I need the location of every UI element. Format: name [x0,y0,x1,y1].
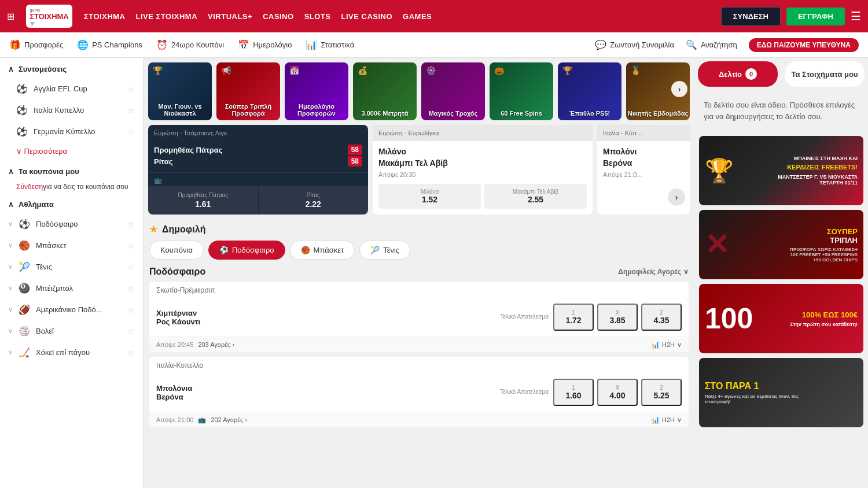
sidebar-item-italy-cup[interactable]: ⚽ Ιταλία Κυπελλο ☆ [0,99,143,121]
sidebar-sport-baseball[interactable]: ∨ 🎱 Μπέιζμπολ ☆ [0,278,143,299]
promo-card-2[interactable]: 📅 Ημερολόγιο Προσφορών [285,62,348,120]
grid-icon[interactable]: ⊞ [7,11,14,22]
popular-tab-football[interactable]: ⚽ Ποδόσφαιρο [208,241,285,260]
markets-link-1[interactable]: 202 Αγορές › [211,416,247,423]
sidebar-sport-american-football[interactable]: ∨ 🏈 Αμερικάνικο Ποδό... ☆ [0,299,143,320]
coupons-login-link[interactable]: Σύνδεση [16,183,43,191]
subnav-24h-coupon[interactable]: ⏰ 24ωρο Κουπόνι [156,39,224,50]
top-navigation: ⊞ game ΣΤΟΙΧΗΜΑ .gr ΣΤΟΙΧΗΜΑ LIVE ΣΤΟΙΧΗ… [0,0,868,32]
odd-x-match-0[interactable]: Χ 3.85 [597,304,638,331]
live-match-card-0[interactable]: Ευρώπη - Τσάμπιονς Λιγκ Προμηθέας Πάτρας… [148,125,368,215]
odd-x-match-1[interactable]: Χ 4.00 [597,379,638,406]
match-teams-1: Μπολόνια Βερόνα [156,384,495,401]
popular-markets-btn[interactable]: Δημοφιλείς Αγορές ∨ [618,268,689,276]
coupons-section[interactable]: ∧ Τα κουπόνια μου [0,160,143,180]
promo-card-0[interactable]: 🏆 Μαν. Γιουν. vs Νιούκαστλ [148,62,212,120]
subnav-search[interactable]: 🔍 Αναζήτηση [686,39,737,50]
star-icon-sport-3[interactable]: ☆ [127,284,135,293]
sidebar-sport-football[interactable]: ∨ ⚽ Ποδόσφαιρο ☆ [0,213,143,235]
next-match-button[interactable]: › [668,188,685,206]
star-icon-3[interactable]: ☆ [127,127,135,136]
sidebar-sport-volleyball[interactable]: ∨ 🏐 Βολεϊ ☆ [0,320,143,342]
promo-card-3[interactable]: 💰 3.000€ Μετρητά [353,62,417,120]
subnav-live-chat[interactable]: 💬 Ζωντανή Συνομιλία [595,39,674,50]
promo-banner-1[interactable]: ✕ ΣΟΥΠΕΡ ΤΡΙΠΛΗ ΠΡΟΣΦΟΡΑ ΧΩΡΙΣ ΚΑΤΑΘΕΣΗ … [699,210,863,279]
nav-live-casino[interactable]: LIVE CASINO [341,12,393,21]
subnav-offers[interactable]: 🎁 Προσφορές [9,39,63,50]
odd-1-match-0[interactable]: 1 1.72 [553,304,594,331]
star-popular-icon: ★ [149,224,157,235]
login-button[interactable]: ΣΥΝΔΕΣΗ [721,7,781,26]
mc-odd-milan[interactable]: Μιλάνο 1.52 [378,184,481,209]
responsible-gaming-badge[interactable]: ΕΔΩ ΠΑΙΖΟΥΜΕ ΥΠΕΥΘΥΝΑ [749,38,859,52]
odd-team1-btn[interactable]: Προμηθέας Πάτρας 1.61 [148,186,259,215]
betslip-tab-active[interactable]: Δελτίο 0 [698,61,778,87]
star-icon-sport-2[interactable]: ☆ [127,263,135,272]
medal-icon: 🥇 [631,66,641,75]
nav-virtuals[interactable]: VIRTUALS+ [208,12,252,21]
main-content: 🏆 Μαν. Γιουν. vs Νιούκαστλ 📢 Σούπερ Τριπ… [144,58,694,488]
shortcuts-section[interactable]: ∧ Συντομεύσεις [0,58,143,78]
live-match-card-2[interactable]: Ιταλία - Κύπ... Μπολόνι Βερόνα Απόψε 21:… [597,125,690,215]
star-icon-2[interactable]: ☆ [127,106,135,115]
h2h-btn-1[interactable]: 📊 H2H ∨ [651,416,682,424]
star-icon-sport-1[interactable]: ☆ [127,241,135,250]
nav-games[interactable]: GAMES [403,12,432,21]
sidebar-sport-basketball[interactable]: ∨ 🏀 Μπάσκετ ☆ [0,235,143,256]
betslip-count-badge: 0 [745,68,757,80]
football-icon: ⚽ [19,219,30,230]
register-button[interactable]: ΕΓΓΡΑΦΗ [786,8,845,25]
sidebar-sport-hockey[interactable]: ∨ 🏒 Χόκεϊ επί πάγου ☆ [0,342,143,363]
league-label-match-0: Σκωτία-Πρέμιερσιπ [149,282,689,294]
odd-2-match-0[interactable]: 2 4.35 [641,304,682,331]
promo-card-5[interactable]: 🎃 60 Free Spins [490,62,553,120]
markets-link-0[interactable]: 203 Αγορές › [198,341,234,348]
popular-tab-basketball[interactable]: 🏀 Μπάσκετ [290,241,355,260]
nav-stoixima[interactable]: ΣΤΟΙΧΗΜΑ [84,12,126,21]
odd-team2-btn[interactable]: Ρίτας 2.22 [259,186,369,215]
coupons-login-msg: ΣύνδεσηΣύνδεση για να δεις τα κουπόνια σ… [0,180,143,193]
sidebar-sport-tennis[interactable]: ∨ 🎾 Τένις ☆ [0,256,143,278]
promo-banner-0[interactable]: ΜΠΑΙΝΕΙΣ ΣΤΗ ΜΑΧΗ ΚΑΙ ΚΕΡΔΙΖΕΙΣ FREEBETS… [699,136,863,205]
subnav-calendar[interactable]: 📅 Ημερολόγιο [238,39,292,50]
chevron-down-h2h-icon-2: ∨ [677,416,682,424]
star-icon-sport-4[interactable]: ☆ [127,305,135,315]
promo-card-4[interactable]: 🎡 Μαγικός Τροχός [421,62,485,120]
star-icon-sport-5[interactable]: ☆ [127,327,135,336]
match-teams-0: Χιμπέρνιαν Ρος Κάουντι [156,309,495,326]
promo-banner-2[interactable]: 100 100% ΕΩΣ 100€ Στην πρώτη σου κατάθεσ… [699,284,863,353]
odd-2-match-1[interactable]: 2 5.25 [641,379,682,406]
nav-casino[interactable]: CASINO [263,12,294,21]
nav-slots[interactable]: SLOTS [304,12,331,21]
mc-odd-maccabi[interactable]: Μακάμπι Τελ Αβίβ 2.55 [484,184,587,209]
match-card-teams-2: Μπολόνι Βερόνα Απόψε 21:0... [597,141,690,184]
popular-tab-tennis[interactable]: 🎾 Τένις [359,241,410,260]
odd-1-match-1[interactable]: 1 1.60 [553,379,594,406]
live-match-card-1[interactable]: Ευρώπη - Ευρωλίγκα Μιλάνο Μακάμπι Τελ Αβ… [373,125,593,215]
match-card-header-0: Ευρώπη - Τσάμπιονς Λιγκ [148,125,368,140]
nav-links: ΣΤΟΙΧΗΜΑ LIVE ΣΤΟΙΧΗΜΑ VIRTUALS+ CASINO … [84,12,709,21]
h2h-btn-0[interactable]: 📊 H2H ∨ [651,341,682,349]
subnav-statistics[interactable]: 📊 Στατιστικά [306,39,354,50]
promo-next-button[interactable]: › [671,81,687,97]
promo-card-1[interactable]: 📢 Σούπερ Τριπλή Προσφορά [216,62,280,120]
star-icon-sport-0[interactable]: ☆ [127,220,135,229]
site-logo[interactable]: game ΣΤΟΙΧΗΜΑ .gr [26,5,72,28]
menu-button[interactable]: ☰ [851,9,861,23]
star-icon[interactable]: ☆ [127,84,135,94]
sidebar-item-germany-cup[interactable]: ⚽ Γερμανία Κύπελλο ☆ [0,121,143,142]
sidebar-more[interactable]: ∨ Περισσότερα [0,142,143,160]
chevron-down-icon-2: ∨ [8,242,13,249]
subnav-ps-champions[interactable]: 🌐 PS Champions [77,39,142,50]
popular-tab-coupons[interactable]: Κουπόνια [149,241,204,260]
sidebar-item-england-efl[interactable]: ⚽ Αγγλία EFL Cup ☆ [0,78,143,99]
promo-banner-3[interactable]: ΣΤΟ ΠΑΡΑ 1 Παίξε 4+ αγώνες και αν κερδίσ… [699,358,863,427]
banner-trophy-icon: 🏆 [705,157,734,184]
nav-live-stoixima[interactable]: LIVE ΣΤΟΙΧΗΜΑ [136,12,198,21]
star-icon-sport-6[interactable]: ☆ [127,348,135,357]
betslip-tab-mybets[interactable]: Τα Στοιχήματά μου [785,61,865,87]
italy-flag-icon: ⚽ [16,105,28,116]
sports-section[interactable]: ∧ Αθλήματα [0,193,143,213]
promo-card-6[interactable]: 🏆 Έπαθλο PS5! [558,62,621,120]
match-team-1-0: Προμηθέας Πάτρας 58 [154,145,362,155]
